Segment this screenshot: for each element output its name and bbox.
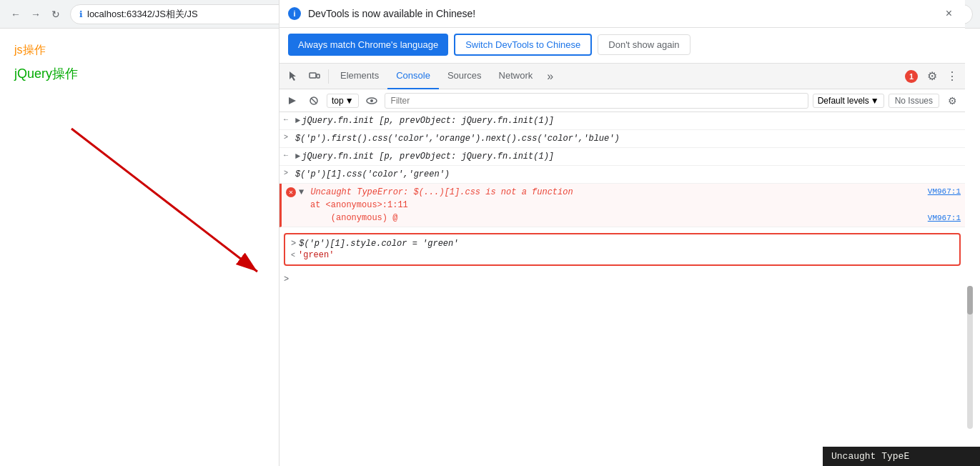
console-settings-button[interactable]: ⚙ <box>944 92 961 109</box>
error-count-badge: 1 <box>905 70 918 83</box>
console-row: ← ► jQuery.fn.init [p, prevObject: jQuer… <box>279 148 965 166</box>
play-icon <box>287 96 297 106</box>
result-string: 'green' <box>298 250 334 260</box>
address-icon: ℹ <box>79 9 83 19</box>
row-content: jQuery.fn.init [p, prevObject: jQuery.fn… <box>302 114 961 127</box>
tab-network[interactable]: Network <box>490 64 542 89</box>
cursor-prompt: > <box>284 274 289 284</box>
result-row: < 'green' <box>291 250 954 260</box>
back-button[interactable]: ← <box>7 6 24 23</box>
banner-message: DevTools is now available in Chinese! <box>308 8 934 19</box>
error-message: ▼ Uncaught TypeError: $(...)[1].css is n… <box>299 186 573 199</box>
error-vm-link[interactable]: VM967:1 <box>928 212 961 224</box>
tab-elements[interactable]: Elements <box>332 64 387 89</box>
context-value: top <box>332 96 344 106</box>
left-arrow-icon: ← <box>284 150 295 161</box>
expand-arrow-icon[interactable]: ► <box>295 114 300 127</box>
notification-banner: i DevTools is now available in Chinese! … <box>279 0 965 28</box>
error-row: ✕ ▼ Uncaught TypeError: $(...)[1].css is… <box>279 184 965 227</box>
switch-to-chinese-button[interactable]: Switch DevTools to Chinese <box>454 34 592 56</box>
reload-button[interactable]: ↻ <box>47 6 64 23</box>
prompt-arrow: > <box>284 168 295 179</box>
svg-line-1 <box>71 129 257 272</box>
svg-marker-4 <box>289 97 296 104</box>
eye-icon <box>366 96 377 105</box>
input-row: > $('p')[1].style.color = 'green' <box>291 239 954 249</box>
console-row: ← ► jQuery.fn.init [p, prevObject: jQuer… <box>279 112 965 130</box>
page-title-jquery: jQuery操作 <box>14 65 264 82</box>
row-content: jQuery.fn.init [p, prevObject: jQuery.fn… <box>302 150 961 163</box>
inspect-element-button[interactable] <box>282 66 304 87</box>
svg-rect-3 <box>317 74 320 78</box>
tab-console-label: Console <box>396 70 430 81</box>
block-button[interactable] <box>305 92 322 109</box>
console-row: > $('p')[1].css('color','green') <box>279 166 965 184</box>
block-icon <box>309 96 319 106</box>
always-match-button[interactable]: Always match Chrome's language <box>288 34 448 56</box>
input-code: $('p')[1].style.color = 'green' <box>299 239 458 249</box>
console-cursor-row[interactable]: > <box>279 272 965 287</box>
console-toolbar: top ▼ Default levels ▼ No Issues ⚙ <box>279 89 965 112</box>
close-notification-button[interactable]: × <box>941 6 956 21</box>
devtools-panel: i DevTools is now available in Chinese! … <box>279 0 965 466</box>
result-arrow: < <box>291 252 295 259</box>
device-toolbar-button[interactable] <box>304 66 325 87</box>
dont-show-again-button[interactable]: Don't show again <box>598 34 690 55</box>
tab-sources-label: Sources <box>447 70 482 81</box>
no-issues-badge: No Issues <box>889 94 939 108</box>
eye-button[interactable] <box>363 92 380 109</box>
filter-input[interactable] <box>385 93 808 109</box>
bottom-error-bar: Uncaught TypeE <box>823 447 980 466</box>
default-levels-label: Default levels <box>818 96 869 106</box>
cursor-icon <box>287 71 299 82</box>
info-icon: i <box>288 7 301 20</box>
row-content: $('p')[1].css('color','green') <box>295 168 961 181</box>
svg-rect-2 <box>310 73 316 78</box>
tab-divider <box>328 69 329 84</box>
tab-elements-label: Elements <box>340 70 379 81</box>
error-line2: (anonymous) @ VM967:1 <box>310 212 961 224</box>
tab-console[interactable]: Console <box>387 64 439 89</box>
error-badge-container: 1 <box>901 69 922 84</box>
tab-network-label: Network <box>499 70 533 81</box>
bottom-error-text: Uncaught TypeE <box>831 451 909 462</box>
error-anon: (anonymous) @ <box>310 212 403 224</box>
tab-more[interactable]: » <box>541 64 559 89</box>
device-icon <box>309 71 320 82</box>
console-content[interactable]: ← ► jQuery.fn.init [p, prevObject: jQuer… <box>279 112 965 466</box>
context-selector[interactable]: top ▼ <box>327 94 359 108</box>
tab-sources[interactable]: Sources <box>439 64 490 89</box>
input-prompt: > <box>291 239 296 249</box>
default-levels-selector[interactable]: Default levels ▼ <box>813 94 884 108</box>
error-line1: at <anonymous>:1:11 <box>310 199 961 212</box>
prompt-arrow: > <box>284 132 295 143</box>
row-content: $('p').first().css('color','orange').nex… <box>295 132 961 145</box>
banner-buttons: Always match Chrome's language Switch De… <box>279 28 965 64</box>
default-levels-arrow: ▼ <box>871 96 879 106</box>
forward-button[interactable]: → <box>27 6 44 23</box>
scrollbar-thumb[interactable] <box>967 286 973 314</box>
page-title-js: js操作 <box>14 43 264 58</box>
context-dropdown-arrow: ▼ <box>345 96 354 106</box>
devtools-tabs: Elements Console Sources Network » 1 ⚙ ⋮ <box>279 64 965 89</box>
page-content: js操作 jQuery操作 <box>0 29 279 466</box>
red-arrow <box>0 64 279 314</box>
clear-console-button[interactable] <box>284 92 301 109</box>
error-location-link[interactable]: VM967:1 <box>928 186 961 198</box>
nav-buttons: ← → ↻ <box>7 6 64 23</box>
console-row: > $('p').first().css('color','orange').n… <box>279 130 965 148</box>
left-arrow-icon: ← <box>284 114 295 125</box>
svg-line-6 <box>311 98 317 104</box>
console-input-box: > $('p')[1].style.color = 'green' < 'gre… <box>284 233 961 266</box>
error-icon: ✕ <box>286 187 296 197</box>
devtools-menu-button[interactable]: ⋮ <box>942 66 962 86</box>
scrollbar-track <box>967 286 973 429</box>
svg-point-8 <box>370 99 373 102</box>
expand-arrow-icon[interactable]: ► <box>295 150 300 163</box>
address-text: localhost:63342/JS相关/JS <box>87 8 198 21</box>
settings-gear-button[interactable]: ⚙ <box>922 66 942 86</box>
